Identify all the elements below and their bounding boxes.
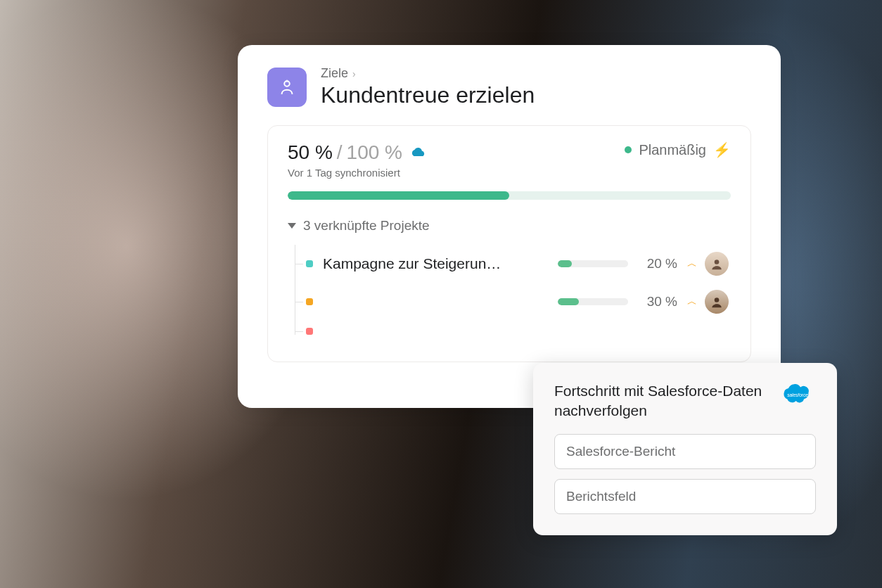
project-progress-fill xyxy=(558,260,572,267)
chevron-up-icon: ︿ xyxy=(687,295,695,308)
project-row[interactable]: 30 % ︿ xyxy=(288,283,731,321)
project-progress-bar xyxy=(558,260,628,267)
svg-text:salesforce: salesforce xyxy=(787,392,808,397)
progress-metrics: 50 % / 100 % Vor 1 Tag synchronisiert xyxy=(288,141,428,179)
field-placeholder: Salesforce-Bericht xyxy=(566,444,675,459)
caret-down-icon xyxy=(288,223,296,229)
project-status-dot xyxy=(306,328,313,335)
status-badge[interactable]: Planmäßig ⚡ xyxy=(625,141,731,158)
progress-panel: 50 % / 100 % Vor 1 Tag synchronisiert Pl… xyxy=(267,125,751,362)
avatar[interactable] xyxy=(705,252,729,276)
project-status-dot xyxy=(306,260,313,267)
salesforce-popup: Fortschritt mit Salesforce-Daten nachver… xyxy=(533,363,837,535)
project-percent: 30 % xyxy=(638,294,677,309)
linked-projects-toggle[interactable]: 3 verknüpfte Projekte xyxy=(288,218,731,234)
cloud-icon xyxy=(409,146,428,160)
chevron-right-icon: › xyxy=(352,68,356,79)
report-field-input[interactable]: Berichtsfeld xyxy=(554,479,816,514)
main-progress-bar xyxy=(288,191,731,200)
status-dot-icon xyxy=(625,146,632,153)
bolt-icon: ⚡ xyxy=(713,141,731,158)
salesforce-report-input[interactable]: Salesforce-Bericht xyxy=(554,434,816,469)
progress-current: 50 % xyxy=(288,141,333,164)
sync-status-text: Vor 1 Tag synchronisiert xyxy=(288,167,428,179)
project-row[interactable] xyxy=(288,321,731,342)
page-title: Kundentreue erzielen xyxy=(321,82,751,108)
goal-icon xyxy=(267,68,307,107)
popup-title: Fortschritt mit Salesforce-Daten nachver… xyxy=(554,381,771,421)
project-status-dot xyxy=(306,298,313,305)
project-percent: 20 % xyxy=(638,256,677,271)
project-progress-bar xyxy=(558,298,628,305)
avatar[interactable] xyxy=(705,290,729,314)
svg-point-2 xyxy=(715,298,720,302)
status-label: Planmäßig xyxy=(639,142,706,158)
field-placeholder: Berichtsfeld xyxy=(566,489,636,504)
breadcrumb[interactable]: Ziele › xyxy=(321,66,751,81)
svg-point-1 xyxy=(715,260,720,264)
breadcrumb-label: Ziele xyxy=(321,66,348,81)
main-progress-bar-fill xyxy=(288,191,509,200)
chevron-up-icon: ︿ xyxy=(687,257,695,270)
salesforce-logo-icon: salesforce xyxy=(779,381,816,408)
linked-projects-label: 3 verknüpfte Projekte xyxy=(303,218,430,234)
linked-projects-section: 3 verknüpfte Projekte Kampagne zur Steig… xyxy=(288,218,731,342)
project-row[interactable]: Kampagne zur Steigerun… 20 % ︿ xyxy=(288,245,731,283)
goal-card: Ziele › Kundentreue erzielen 50 % / 100 … xyxy=(238,45,781,408)
project-name: Kampagne zur Steigerun… xyxy=(323,255,548,272)
progress-target: 100 % xyxy=(347,141,402,164)
progress-separator: / xyxy=(337,141,343,164)
card-header: Ziele › Kundentreue erzielen xyxy=(267,66,751,108)
project-progress-fill xyxy=(558,298,579,305)
